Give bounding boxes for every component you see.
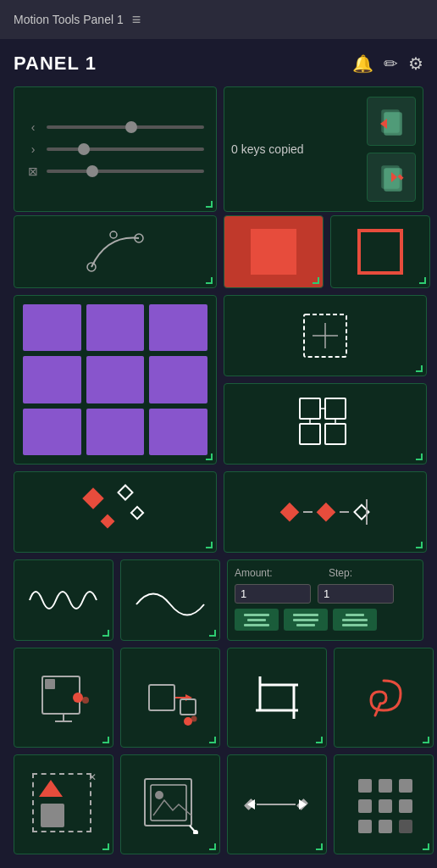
bell-icon[interactable]: 🔔 (352, 53, 373, 74)
vert-line (366, 499, 368, 525)
line7 (346, 614, 364, 616)
panel-header-icons: 🔔 ✏ ⚙ (352, 53, 423, 74)
edit-icon[interactable]: ✏ (384, 53, 398, 74)
slider-thumb-1[interactable] (125, 121, 137, 133)
amount-labels: Amount: Step: (235, 567, 416, 579)
svg-rect-26 (149, 685, 174, 710)
distribute-corner (316, 843, 323, 850)
copy-paste-button-1[interactable] (367, 97, 416, 146)
arrow-corner (209, 737, 216, 743)
align-button-2[interactable] (284, 609, 328, 631)
transform-col (224, 295, 427, 465)
purple-grid-card[interactable] (14, 295, 217, 465)
svg-point-30 (184, 717, 192, 726)
slider-thumb-3[interactable] (86, 165, 98, 177)
menu-icon[interactable]: ≡ (132, 11, 141, 29)
grid-cell-4 (23, 356, 81, 403)
dl2 (340, 511, 350, 513)
spiral-corner (423, 737, 429, 743)
svg-rect-16 (325, 424, 346, 444)
titlebar: Motion Tools Panel 1 ≡ (0, 0, 437, 39)
da1 (280, 503, 299, 521)
dots-grid-card[interactable] (334, 754, 434, 854)
crop-card[interactable] (227, 648, 327, 748)
red-corner (313, 277, 319, 284)
svg-rect-38 (151, 785, 186, 821)
dg4 (358, 799, 372, 813)
dashed-select-card[interactable]: ✕ (14, 754, 113, 854)
corner-indicator (206, 201, 213, 208)
align-button-3[interactable] (333, 609, 377, 631)
row-7: ✕ (14, 754, 423, 854)
row-3 (14, 295, 423, 465)
obj-dot-card-1[interactable] (14, 648, 113, 748)
spiral-card[interactable] (334, 648, 434, 748)
align-button-1[interactable] (235, 609, 279, 631)
svg-point-22 (73, 693, 83, 703)
grid-squares-card[interactable] (224, 383, 427, 465)
settings-icon[interactable]: ⚙ (408, 53, 423, 74)
svg-point-9 (110, 231, 117, 238)
main-panel: PANEL 1 🔔 ✏ ⚙ ‹ › ⊠ (0, 39, 437, 868)
slider-row-3[interactable]: ⊠ (26, 164, 204, 178)
slider-track-2[interactable] (47, 147, 204, 151)
frame-card[interactable] (120, 754, 220, 854)
spiral-icon (358, 668, 409, 727)
svg-rect-15 (300, 424, 320, 444)
svg-rect-13 (300, 398, 320, 419)
copy-paste-button-2[interactable] (367, 153, 416, 202)
dg7 (358, 820, 372, 833)
dg6 (399, 799, 412, 813)
curve-corner (206, 277, 213, 284)
slider-track-3[interactable] (47, 170, 204, 173)
crop-corner (316, 737, 323, 743)
frame-icon (141, 775, 200, 834)
slider-icon-1: ‹ (26, 120, 40, 134)
wave-card-2[interactable] (120, 559, 220, 641)
copy-buttons (367, 97, 416, 202)
slider-thumb-2[interactable] (78, 143, 90, 155)
copy-icon-2 (375, 161, 407, 193)
da2 (317, 503, 335, 521)
grid-corner (206, 453, 213, 460)
row-4 (14, 471, 423, 553)
obj-arrow-card[interactable] (120, 648, 220, 748)
copy-icon-1 (375, 105, 407, 137)
red-square-card[interactable] (224, 215, 324, 288)
line5 (293, 619, 318, 621)
amount-inputs (235, 584, 416, 604)
crop-icon (252, 672, 302, 723)
distribute-card[interactable] (227, 754, 327, 854)
obj-arrow-icon (136, 664, 204, 732)
diamonds-aligned-card[interactable] (224, 471, 427, 553)
align-icon-3 (342, 614, 368, 626)
grid-cell-1 (23, 304, 81, 351)
slider-icon-3: ⊠ (26, 164, 40, 178)
slider-row-1[interactable]: ‹ (26, 120, 204, 134)
shape-dark (41, 804, 64, 827)
selection-card[interactable] (224, 295, 427, 376)
da3 (353, 504, 370, 520)
step-input[interactable] (318, 584, 394, 604)
diamonds-scatter-card[interactable] (14, 471, 217, 553)
dots-corner (423, 843, 429, 850)
diamonds-scatter (77, 482, 153, 542)
dg8 (379, 820, 392, 833)
wave1-corner (102, 630, 109, 637)
slider-icon-2: › (26, 142, 40, 156)
amount-input[interactable] (235, 584, 311, 604)
row-5: Amount: Step: (14, 559, 423, 641)
svg-rect-21 (45, 679, 55, 689)
d3 (101, 515, 115, 529)
wave-card-1[interactable] (14, 559, 113, 641)
slider-row-2[interactable]: › (26, 142, 204, 156)
svg-point-23 (82, 697, 89, 704)
obj1-corner (102, 737, 109, 743)
dg3 (399, 779, 412, 793)
outline-square-card[interactable] (330, 215, 430, 288)
svg-rect-14 (325, 398, 346, 419)
slider-track-1[interactable] (47, 125, 204, 129)
line3 (244, 624, 269, 626)
line6 (296, 624, 315, 626)
curve-card[interactable] (14, 215, 217, 288)
